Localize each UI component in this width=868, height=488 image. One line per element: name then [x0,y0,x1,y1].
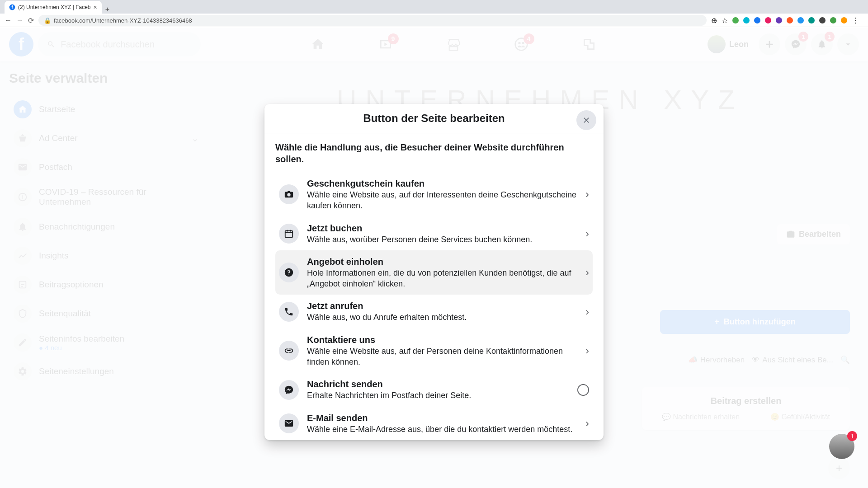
option-title: Angebot einholen [307,256,577,267]
option-icon [279,302,299,322]
close-button[interactable] [576,110,596,130]
modal-option[interactable]: Jetzt anrufen Wähle aus, wo du Anrufe er… [275,295,593,328]
modal-option[interactable]: E-Mail senden Wähle eine E-Mail-Adresse … [275,407,593,440]
extension-icon[interactable] [841,17,847,23]
chevron-right-icon: › [585,305,589,318]
modal-header: Button der Seite bearbeiten [264,104,604,133]
extension-icon[interactable] [787,17,793,23]
extension-icon[interactable]: ⊕ [711,16,717,25]
option-desc: Wähle eine E-Mail-Adresse aus, über die … [307,424,577,435]
option-icon [279,413,299,433]
modal-option[interactable]: Jetzt buchen Wähle aus, worüber Personen… [275,217,593,250]
new-tab-button[interactable]: + [102,5,113,14]
extension-icons: ⊕ ☆ ⋮ [711,16,863,25]
option-title: Kontaktiere uns [307,334,577,346]
option-desc: Hole Informationen ein, die du von poten… [307,267,577,290]
address-bar: ← → ⟳ 🔒 facebook.com/Unternehmen-XYZ-104… [0,14,868,27]
extension-icon[interactable] [797,17,804,23]
chat-head-badge: 1 [847,431,857,441]
modal-option[interactable]: Geschenkgutschein kaufen Wähle eine Webs… [275,172,593,217]
option-title: Jetzt buchen [307,222,577,234]
tab-close-icon[interactable]: × [94,4,97,11]
forward-button[interactable]: → [16,16,24,24]
chevron-right-icon: › [585,266,589,279]
close-icon [582,116,591,125]
extension-icon[interactable] [776,17,782,23]
extension-icon[interactable] [819,17,826,23]
browser-chrome: f (2) Unternehmen XYZ | Faceb × + ← → ⟳ … [0,0,868,27]
back-button[interactable]: ← [5,16,12,24]
option-icon [279,224,299,244]
modal-body: Wähle die Handlung aus, die Besucher dei… [264,133,604,440]
chevron-right-icon: › [585,417,589,430]
option-title: E-Mail senden [307,412,577,424]
option-desc: Wähle eine Website aus, auf der Interess… [307,189,577,211]
tab-bar: f (2) Unternehmen XYZ | Faceb × + [0,0,868,14]
chevron-right-icon: › [585,188,589,201]
modal-option[interactable]: Angebot einholen Hole Informationen ein,… [275,250,593,295]
modal-title: Button der Seite bearbeiten [363,112,505,125]
option-desc: Erhalte Nachrichten im Postfach deiner S… [307,390,569,401]
modal-option[interactable]: Kontaktiere uns Wähle eine Website aus, … [275,328,593,373]
extension-icon[interactable] [743,17,750,23]
url-input[interactable]: 🔒 facebook.com/Unternehmen-XYZ-104338234… [38,15,707,26]
option-desc: Wähle aus, wo du Anrufe erhalten möchtes… [307,312,577,323]
extension-icon[interactable] [732,17,739,23]
modal-subtitle: Wähle die Handlung aus, die Besucher dei… [275,141,593,165]
chevron-right-icon: › [585,227,589,240]
option-icon [279,341,299,361]
option-icon [279,380,299,400]
url-text: facebook.com/Unternehmen-XYZ-10433823463… [54,17,192,24]
extension-icon[interactable] [754,17,760,23]
option-desc: Wähle eine Website aus, auf der Personen… [307,346,577,368]
chevron-right-icon: › [585,344,589,357]
extension-icon[interactable] [830,17,836,23]
tab-title: (2) Unternehmen XYZ | Faceb [18,4,91,10]
edit-page-button-modal: Button der Seite bearbeiten Wähle die Ha… [264,104,604,440]
option-icon [279,263,299,282]
radio-icon [577,384,589,396]
option-title: Geschenkgutschein kaufen [307,178,577,189]
extension-icon[interactable] [765,17,771,23]
svg-rect-8 [285,230,293,237]
reload-button[interactable]: ⟳ [28,16,34,25]
option-title: Jetzt anrufen [307,300,577,312]
option-desc: Wähle aus, worüber Personen deine Servic… [307,234,577,245]
extension-icon[interactable]: ☆ [722,16,728,25]
extension-icon[interactable] [808,17,815,23]
modal-option[interactable]: Nachricht senden Erhalte Nachrichten im … [275,373,593,406]
browser-tab[interactable]: f (2) Unternehmen XYZ | Faceb × [5,1,102,14]
menu-icon[interactable]: ⋮ [852,16,859,25]
option-title: Nachricht senden [307,378,569,390]
lock-icon: 🔒 [44,17,51,24]
option-icon [279,184,299,204]
